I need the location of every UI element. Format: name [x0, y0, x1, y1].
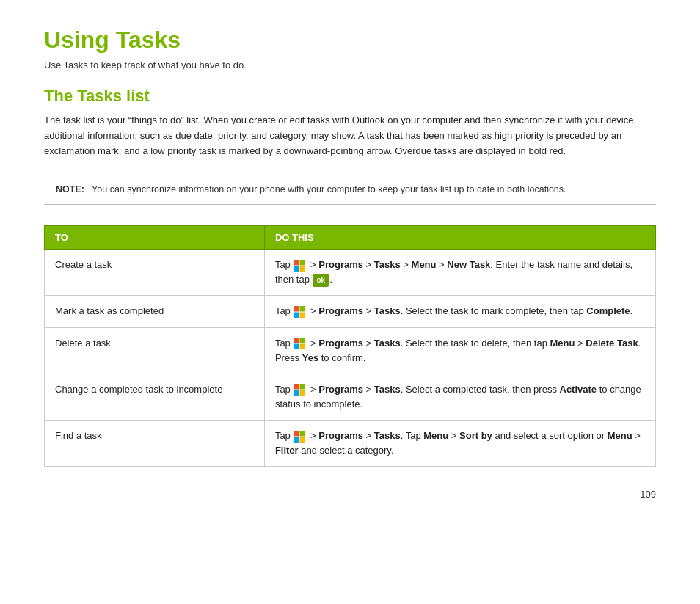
task-instruction: Tap > Programs > Tasks. Select a complet… — [264, 374, 655, 420]
windows-icon — [293, 259, 306, 272]
tasks-table: TO DO THIS Create a taskTap > Programs >… — [44, 225, 656, 467]
svg-rect-5 — [300, 306, 306, 312]
svg-rect-11 — [300, 344, 306, 350]
note-label: NOTE: — [56, 184, 84, 194]
svg-rect-3 — [300, 266, 306, 272]
svg-rect-12 — [294, 384, 299, 390]
svg-rect-19 — [300, 437, 306, 443]
page-number: 109 — [44, 489, 656, 500]
table-row: Find a taskTap > Programs > Tasks. Tap M… — [45, 421, 656, 467]
table-row: Mark a task as completedTap > Programs >… — [45, 296, 656, 327]
task-action-label: Change a completed task to incomplete — [45, 374, 265, 420]
svg-rect-17 — [300, 431, 306, 437]
svg-rect-15 — [300, 390, 306, 396]
task-action-label: Find a task — [45, 421, 265, 467]
windows-icon — [293, 430, 306, 443]
task-instruction: Tap > Programs > Tasks. Tap Menu > Sort … — [264, 421, 655, 467]
windows-icon — [293, 383, 306, 396]
svg-rect-10 — [294, 344, 299, 350]
page-title: Using Tasks — [44, 26, 656, 54]
svg-rect-14 — [294, 390, 299, 396]
task-action-label: Create a task — [45, 250, 265, 296]
svg-rect-13 — [300, 384, 306, 390]
svg-rect-4 — [294, 306, 299, 312]
table-row: Delete a taskTap > Programs > Tasks. Sel… — [45, 327, 656, 374]
svg-rect-18 — [294, 437, 299, 443]
subtitle: Use Tasks to keep track of what you have… — [44, 59, 656, 70]
task-instruction: Tap > Programs > Tasks. Select the task … — [264, 296, 655, 327]
svg-rect-8 — [294, 338, 299, 343]
task-instruction: Tap > Programs > Tasks. Select the task … — [264, 327, 655, 374]
svg-rect-7 — [300, 312, 306, 318]
windows-icon — [293, 305, 306, 319]
table-row: Change a completed task to incompleteTap… — [45, 374, 656, 420]
svg-rect-2 — [294, 266, 299, 272]
note-text: You can synchronize information on your … — [92, 184, 566, 194]
svg-rect-6 — [294, 312, 299, 318]
note-box: NOTE: You can synchronize information on… — [44, 175, 656, 205]
col-header-to: TO — [45, 226, 265, 250]
section-title: The Tasks list — [44, 87, 656, 106]
body-text: The task list is your “things to do” lis… — [44, 113, 656, 159]
svg-rect-0 — [294, 260, 299, 266]
task-action-label: Delete a task — [45, 327, 265, 374]
svg-rect-1 — [300, 260, 306, 266]
ok-button-icon: ok — [313, 274, 329, 287]
task-instruction: Tap > Programs > Tasks > Menu > New Task… — [264, 250, 655, 296]
svg-rect-9 — [300, 338, 306, 343]
col-header-do-this: DO THIS — [264, 226, 655, 250]
task-action-label: Mark a task as completed — [45, 296, 265, 327]
table-row: Create a taskTap > Programs > Tasks > Me… — [45, 250, 656, 296]
windows-icon — [293, 337, 306, 350]
svg-rect-16 — [294, 431, 299, 437]
